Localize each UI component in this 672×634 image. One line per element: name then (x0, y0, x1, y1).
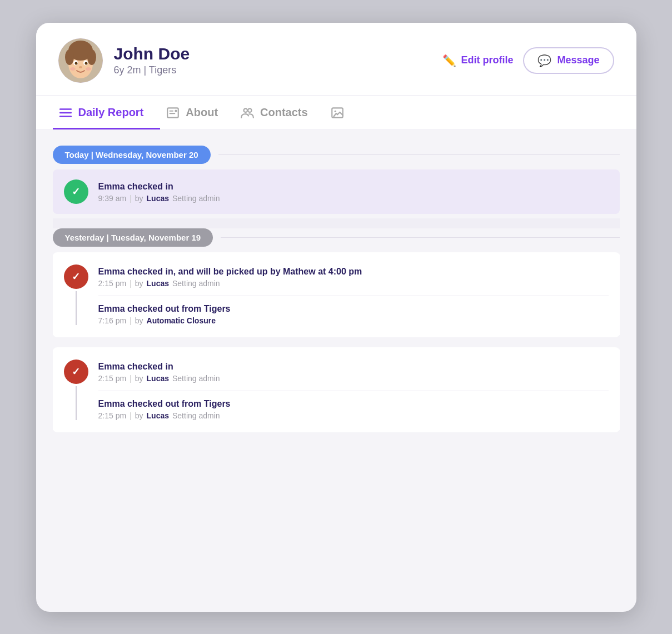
svg-point-10 (70, 67, 76, 71)
event-time-y2: 7:16 pm (98, 316, 127, 325)
yesterday-date-row: Yesterday | Tuesday, November 19 (53, 228, 620, 247)
checkmark-icon-y1: ✓ (72, 271, 80, 283)
event-meta-y2: 7:16 pm | by Automatic Closure (98, 316, 609, 325)
contacts-icon (240, 106, 255, 120)
svg-point-3 (65, 49, 74, 65)
event-body-y3: Emma checked in 2:15 pm | by Lucas Setti… (98, 360, 609, 420)
section-gap (53, 218, 620, 228)
svg-point-11 (86, 67, 91, 71)
tab-contacts[interactable]: Contacts (235, 96, 325, 129)
user-name: John Doe (114, 44, 432, 63)
daily-report-content: Today | Wednesday, November 20 ✓ Emma ch… (36, 130, 636, 452)
tab-about-label: About (186, 106, 218, 119)
header-actions: ✏️ Edit profile 💬 Message (442, 47, 614, 74)
role-y1: Setting admin (172, 279, 220, 288)
tab-daily-report[interactable]: Daily Report (53, 96, 161, 129)
role-y3: Setting admin (172, 374, 220, 383)
checkmark-icon: ✓ (72, 186, 80, 198)
sep-y2: | (130, 316, 132, 325)
event-meta-y4: 2:15 pm | by Lucas Setting admin (98, 411, 609, 420)
tab-photos[interactable] (325, 96, 361, 129)
event-title-y2: Emma checked out from Tigers (98, 304, 609, 314)
by-label-t1: by (135, 194, 143, 203)
event-time-t1: 9:39 am (98, 194, 127, 203)
list-icon (58, 106, 73, 120)
by-label-y1: by (135, 279, 143, 288)
yesterday-events-group-1: ✓ Emma checked in, and will be picked up… (53, 252, 620, 337)
message-button[interactable]: 💬 Message (523, 47, 614, 74)
svg-point-22 (334, 110, 336, 112)
event-title-y4: Emma checked out from Tigers (98, 399, 609, 409)
event-yesterday-3: ✓ Emma checked in 2:15 pm | by Lucas Set… (53, 350, 620, 430)
svg-point-7 (74, 62, 77, 64)
yesterday-badge: Yesterday | Tuesday, November 19 (53, 228, 213, 247)
event-icon-col-t1: ✓ (64, 179, 88, 204)
separator-t1: | (130, 194, 132, 203)
edit-profile-button[interactable]: ✏️ Edit profile (442, 54, 513, 67)
message-label: Message (557, 54, 599, 66)
photos-icon (330, 106, 345, 120)
event-title-t1: Emma checked in (98, 182, 609, 192)
event-time-y1: 2:15 pm (98, 279, 127, 288)
profile-header: John Doe 6y 2m | Tigers ✏️ Edit profile … (36, 23, 636, 96)
by-label-y4: by (135, 411, 143, 420)
event-yesterday-1: ✓ Emma checked in, and will be picked up… (53, 254, 620, 335)
event-icon-col-y3: ✓ (64, 360, 88, 420)
sub-event-y2: Emma checked out from Tigers 7:16 pm | b… (98, 296, 609, 325)
event-body-t1: Emma checked in 9:39 am | by Lucas Setti… (98, 179, 609, 204)
tab-daily-report-label: Daily Report (78, 106, 144, 119)
yesterday-events-group-2: ✓ Emma checked in 2:15 pm | by Lucas Set… (53, 347, 620, 432)
checkin-icon-green: ✓ (64, 179, 88, 204)
tab-contacts-label: Contacts (260, 106, 308, 119)
yesterday-section: Yesterday | Tuesday, November 19 ✓ Emma … (53, 228, 620, 432)
tabs-bar: Daily Report About Contacts (36, 96, 636, 130)
checkin-icon-red-3: ✓ (64, 360, 88, 384)
today-events: ✓ Emma checked in 9:39 am | by Lucas Set… (53, 169, 620, 214)
event-title-y1: Emma checked in, and will be picked up b… (98, 267, 609, 277)
role-t1: Setting admin (172, 194, 220, 203)
event-title-y3: Emma checked in (98, 362, 609, 372)
event-time-y3: 2:15 pm (98, 374, 127, 383)
timeline-line-y3 (76, 386, 77, 420)
event-meta-t1: 9:39 am | by Lucas Setting admin (98, 194, 609, 203)
today-badge: Today | Wednesday, November 20 (53, 146, 211, 164)
event-body-y1: Emma checked in, and will be picked up b… (98, 264, 609, 325)
today-date-row: Today | Wednesday, November 20 (53, 146, 620, 164)
sep-y1: | (130, 279, 132, 288)
today-date-line (218, 154, 620, 155)
svg-point-18 (175, 109, 177, 112)
sep-y3: | (130, 374, 132, 383)
event-today-1: ✓ Emma checked in 9:39 am | by Lucas Set… (53, 169, 620, 214)
user-info: John Doe 6y 2m | Tigers (114, 44, 432, 76)
event-meta-y3: 2:15 pm | by Lucas Setting admin (98, 374, 609, 383)
svg-point-20 (248, 108, 252, 112)
event-meta-y1: 2:15 pm | by Lucas Setting admin (98, 279, 609, 288)
by-name-t1: Lucas (147, 194, 169, 203)
edit-profile-label: Edit profile (461, 54, 513, 66)
by-name-y1: Lucas (147, 279, 169, 288)
yesterday-date-line (221, 237, 619, 238)
svg-point-9 (79, 66, 82, 68)
checkin-icon-red-1: ✓ (64, 264, 88, 289)
role-y4: Setting admin (172, 411, 220, 420)
pencil-icon: ✏️ (442, 54, 456, 67)
avatar (58, 38, 103, 83)
checkmark-icon-y3: ✓ (72, 366, 80, 378)
by-label-y3: by (135, 374, 143, 383)
by-name-y3: Lucas (147, 374, 169, 383)
svg-point-8 (84, 62, 87, 64)
timeline-line-y1 (76, 291, 77, 325)
message-icon: 💬 (537, 54, 551, 67)
sub-event-y4: Emma checked out from Tigers 2:15 pm | b… (98, 391, 609, 420)
user-meta: 6y 2m | Tigers (114, 64, 432, 76)
about-icon (166, 106, 180, 120)
main-card: John Doe 6y 2m | Tigers ✏️ Edit profile … (36, 23, 636, 612)
by-name-y4: Lucas (147, 411, 169, 420)
svg-point-4 (87, 49, 96, 65)
tab-about[interactable]: About (160, 96, 235, 129)
sep-y4: | (130, 411, 132, 420)
today-section: Today | Wednesday, November 20 ✓ Emma ch… (53, 146, 620, 214)
by-name-y2: Automatic Closure (147, 316, 216, 325)
event-time-y4: 2:15 pm (98, 411, 127, 420)
by-label-y2: by (135, 316, 143, 325)
